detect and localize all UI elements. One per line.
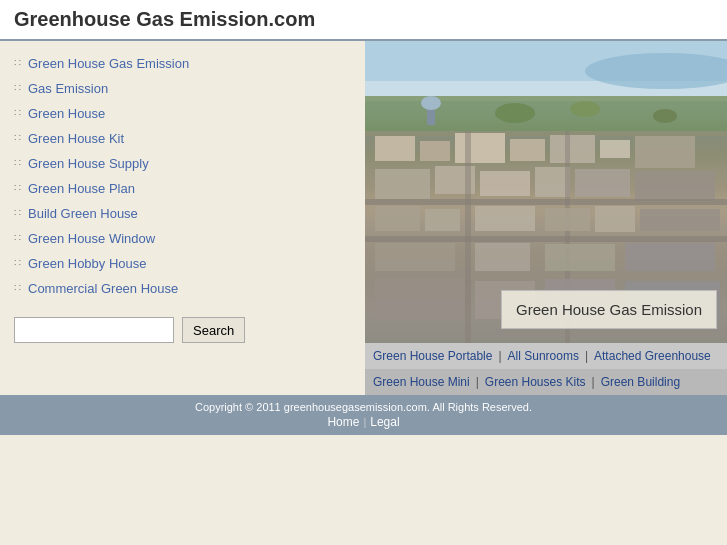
nav-bullet: ∷ [14, 107, 28, 120]
svg-rect-6 [420, 141, 450, 161]
svg-rect-30 [545, 244, 615, 271]
svg-point-38 [495, 103, 535, 123]
svg-rect-27 [640, 209, 720, 231]
nav-item-4[interactable]: ∷Green House Supply [0, 151, 365, 176]
aerial-photo: Green House Gas Emission [365, 41, 727, 343]
link-row1-1[interactable]: All Sunrooms [508, 349, 579, 363]
nav-item-3[interactable]: ∷Green House Kit [0, 126, 365, 151]
nav-item-0[interactable]: ∷Green House Gas Emission [0, 51, 365, 76]
copyright-text: Copyright © 2011 greenhousegasemission.c… [6, 401, 721, 413]
svg-rect-12 [375, 169, 430, 199]
link-row2-1[interactable]: Green Houses Kits [485, 375, 586, 389]
nav-bullet: ∷ [14, 157, 28, 170]
footer: Copyright © 2011 greenhousegasemission.c… [0, 395, 727, 435]
image-caption: Green House Gas Emission [501, 290, 717, 329]
nav-item-2[interactable]: ∷Green House [0, 101, 365, 126]
svg-rect-28 [375, 243, 455, 271]
links-row-1: Green House Portable|All Sunrooms|Attach… [365, 343, 727, 369]
nav-item-5[interactable]: ∷Green House Plan [0, 176, 365, 201]
search-area: Search [0, 301, 365, 359]
svg-rect-10 [600, 140, 630, 158]
svg-rect-32 [375, 279, 465, 319]
right-panel: Green House Gas Emission Green House Por… [365, 41, 727, 395]
svg-rect-17 [635, 171, 715, 201]
nav-item-7[interactable]: ∷Green House Window [0, 226, 365, 251]
footer-link-1[interactable]: Legal [370, 415, 399, 429]
nav-label: Gas Emission [28, 81, 108, 96]
link-separator: | [498, 349, 501, 363]
svg-rect-29 [475, 243, 530, 271]
svg-rect-26 [595, 206, 635, 232]
nav-bullet: ∷ [14, 282, 28, 295]
link-row1-2[interactable]: Attached Greenhouse [594, 349, 711, 363]
nav-bullet: ∷ [14, 57, 28, 70]
svg-rect-25 [545, 208, 590, 231]
svg-point-40 [653, 109, 677, 123]
nav-bullet: ∷ [14, 257, 28, 270]
svg-rect-9 [550, 135, 595, 163]
nav-bullet: ∷ [14, 82, 28, 95]
nav-bullet: ∷ [14, 132, 28, 145]
svg-rect-15 [535, 167, 570, 197]
nav-bullet: ∷ [14, 232, 28, 245]
svg-rect-7 [455, 133, 505, 163]
nav-label: Build Green House [28, 206, 138, 221]
left-sidebar: ∷Green House Gas Emission∷Gas Emission∷G… [0, 41, 365, 395]
svg-rect-22 [375, 206, 420, 231]
svg-rect-19 [365, 236, 727, 242]
svg-point-37 [421, 96, 441, 110]
svg-rect-16 [575, 169, 630, 197]
nav-bullet: ∷ [14, 182, 28, 195]
nav-item-9[interactable]: ∷Commercial Green House [0, 276, 365, 301]
svg-rect-23 [425, 209, 460, 231]
search-input[interactable] [14, 317, 174, 343]
link-separator: | [585, 349, 588, 363]
nav-list: ∷Green House Gas Emission∷Gas Emission∷G… [0, 51, 365, 301]
nav-label: Green House Gas Emission [28, 56, 189, 71]
svg-rect-20 [465, 131, 471, 343]
links-row-2: Green House Mini|Green Houses Kits|Green… [365, 369, 727, 395]
nav-label: Green House Plan [28, 181, 135, 196]
main-content: ∷Green House Gas Emission∷Gas Emission∷G… [0, 41, 727, 395]
nav-item-1[interactable]: ∷Gas Emission [0, 76, 365, 101]
link-separator: | [476, 375, 479, 389]
svg-rect-18 [365, 199, 727, 205]
svg-rect-5 [375, 136, 415, 161]
nav-label: Green House [28, 106, 105, 121]
link-row2-0[interactable]: Green House Mini [373, 375, 470, 389]
nav-label: Green House Kit [28, 131, 124, 146]
svg-rect-8 [510, 139, 545, 161]
site-header: Greenhouse Gas Emission.com [0, 0, 727, 41]
nav-label: Green Hobby House [28, 256, 147, 271]
link-row1-0[interactable]: Green House Portable [373, 349, 492, 363]
svg-rect-11 [635, 136, 695, 168]
site-title: Greenhouse Gas Emission.com [14, 8, 713, 31]
footer-link-separator: | [363, 416, 366, 428]
link-separator: | [592, 375, 595, 389]
svg-point-39 [570, 101, 600, 117]
footer-link-0[interactable]: Home [327, 415, 359, 429]
link-row2-2[interactable]: Green Building [601, 375, 680, 389]
caption-text: Green House Gas Emission [516, 301, 702, 318]
svg-rect-14 [480, 171, 530, 196]
nav-label: Green House Supply [28, 156, 149, 171]
nav-label: Green House Window [28, 231, 155, 246]
nav-item-8[interactable]: ∷Green Hobby House [0, 251, 365, 276]
footer-links: Home|Legal [6, 415, 721, 429]
nav-bullet: ∷ [14, 207, 28, 220]
nav-item-6[interactable]: ∷Build Green House [0, 201, 365, 226]
svg-rect-31 [625, 243, 715, 271]
svg-rect-24 [475, 206, 535, 231]
search-button[interactable]: Search [182, 317, 245, 343]
nav-label: Commercial Green House [28, 281, 178, 296]
